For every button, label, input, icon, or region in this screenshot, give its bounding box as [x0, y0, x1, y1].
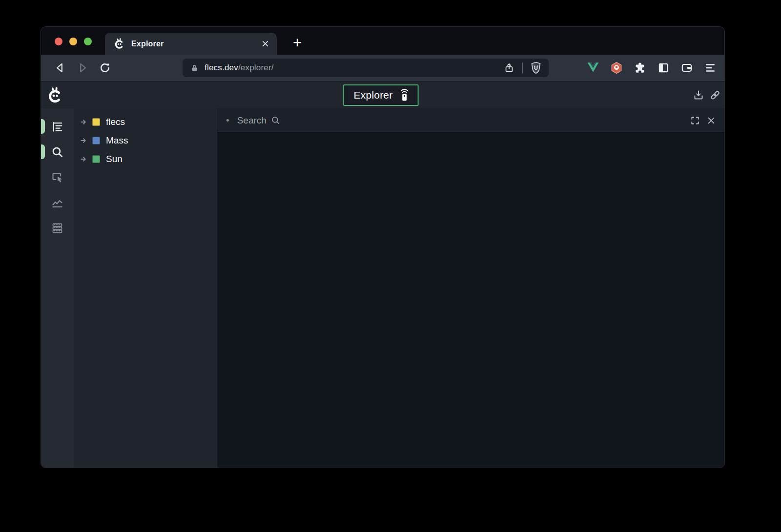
app-title: Explorer: [354, 89, 393, 101]
tree-row-sun[interactable]: Sun: [74, 150, 217, 168]
extension-icons: [587, 55, 717, 81]
query-panel: • Search: [217, 108, 724, 468]
url-bar-actions: [504, 61, 542, 74]
hexagon-extension-icon[interactable]: [610, 61, 623, 74]
share-icon[interactable]: [504, 62, 514, 73]
download-icon[interactable]: [693, 89, 704, 101]
url-domain: flecs.dev: [205, 63, 238, 72]
sidebar-item-entity-tree[interactable]: [41, 114, 74, 139]
search-magnifier-icon: [271, 116, 280, 125]
entity-label: flecs: [106, 117, 125, 127]
url-text: flecs.dev/explorer/: [205, 63, 274, 73]
active-indicator: [41, 144, 45, 159]
nav-buttons: [54, 61, 111, 74]
sidebar-item-query-search[interactable]: [41, 139, 74, 164]
search-icon: [51, 145, 64, 159]
active-indicator: [41, 119, 45, 134]
brave-shield-icon[interactable]: [530, 61, 542, 74]
search-placeholder: Search: [237, 115, 267, 126]
flecs-favicon-icon: [114, 38, 125, 49]
expand-arrow-icon[interactable]: [80, 155, 88, 163]
reload-icon[interactable]: [99, 61, 111, 74]
chart-icon: [51, 196, 64, 209]
close-tab-icon[interactable]: [262, 40, 269, 47]
browser-tab-explorer[interactable]: Explorer: [105, 33, 277, 55]
lock-icon: [190, 64, 199, 72]
zoom-window-button[interactable]: [84, 38, 92, 45]
entity-color-swatch: [92, 155, 100, 163]
sidebar-item-inspector[interactable]: [41, 164, 74, 190]
entity-color-swatch: [92, 137, 100, 144]
browser-window: Explorer +: [41, 27, 724, 468]
sidebar-item-charts[interactable]: [41, 190, 74, 215]
tab-title: Explorer: [131, 40, 255, 48]
entity-label: Mass: [106, 135, 128, 146]
forward-icon[interactable]: [76, 61, 89, 74]
link-icon[interactable]: [709, 89, 721, 101]
search-input[interactable]: Search: [237, 115, 280, 126]
wallet-icon[interactable]: [680, 61, 693, 74]
fullscreen-icon[interactable]: [690, 116, 700, 125]
address-bar[interactable]: flecs.dev/explorer/: [183, 59, 549, 77]
results-canvas: [218, 133, 724, 468]
app-header: Explorer: [41, 81, 724, 108]
url-path: /explorer/: [238, 63, 274, 72]
vue-devtools-icon[interactable]: [587, 61, 599, 74]
app-content: flecs Mass Sun: [41, 108, 724, 468]
sidebar-item-statistics[interactable]: [41, 215, 74, 241]
new-tab-button[interactable]: +: [293, 35, 302, 50]
sidebar-panel-icon[interactable]: [657, 61, 670, 74]
close-panel-icon[interactable]: [706, 116, 716, 125]
entity-color-swatch: [92, 118, 100, 126]
tree-row-mass[interactable]: Mass: [74, 131, 217, 150]
remote-connection-icon: [400, 88, 409, 102]
entity-label: Sun: [106, 154, 123, 164]
tab-bar: Explorer +: [41, 27, 724, 55]
flecs-logo-icon[interactable]: [47, 87, 63, 103]
extensions-puzzle-icon[interactable]: [634, 61, 646, 74]
activity-bar: [41, 108, 74, 468]
menu-icon[interactable]: [704, 61, 717, 74]
inspector-icon: [51, 171, 64, 184]
search-panel-actions: [690, 116, 716, 125]
back-icon[interactable]: [54, 61, 66, 74]
close-window-button[interactable]: [55, 38, 62, 45]
header-actions: [693, 82, 721, 108]
navigation-bar: flecs.dev/explorer/: [41, 55, 724, 81]
entity-tree-icon: [51, 120, 64, 133]
entity-tree-panel: flecs Mass Sun: [74, 108, 217, 468]
minimize-window-button[interactable]: [69, 38, 77, 45]
tree-row-flecs[interactable]: flecs: [74, 113, 217, 131]
status-dot: •: [226, 116, 229, 125]
statistics-icon: [51, 222, 64, 235]
expand-arrow-icon[interactable]: [80, 137, 88, 144]
connection-status-button[interactable]: Explorer: [343, 84, 419, 106]
divider: [522, 62, 523, 74]
traffic-lights: [55, 38, 92, 45]
expand-arrow-icon[interactable]: [80, 118, 88, 126]
search-header: • Search: [218, 108, 724, 133]
